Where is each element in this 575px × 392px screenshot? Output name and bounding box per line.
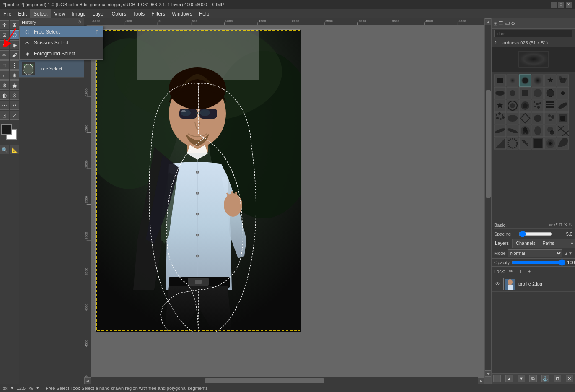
svg-rect-61 (522, 90, 528, 96)
scissors-select-menu-item[interactable]: ✂ Scissors Select I (20, 37, 103, 48)
perspective-button[interactable]: ⊿ (10, 111, 19, 120)
menu-layer[interactable]: Layer (89, 9, 109, 18)
layers-tab[interactable]: Layers (492, 239, 513, 248)
minimize-button[interactable]: ─ (551, 2, 557, 8)
layer-row-profile[interactable]: 👁 profile 2.jpg (492, 276, 575, 292)
svg-point-92 (496, 117, 499, 119)
maximize-button[interactable]: □ (558, 2, 564, 8)
merge-layers-button[interactable]: ⊓ (554, 375, 561, 382)
panel-icon-grid[interactable]: ⊞ (493, 21, 497, 26)
refresh-icon[interactable]: ↻ (569, 222, 572, 228)
menu-file[interactable]: File (0, 9, 15, 18)
svg-point-77 (534, 101, 535, 103)
vscroll-down-button[interactable]: ▼ (485, 370, 492, 377)
paths-tab[interactable]: Paths (539, 239, 558, 248)
menu-view[interactable]: View (51, 9, 68, 18)
heal-button[interactable]: ⊕ (10, 70, 19, 80)
menu-image[interactable]: Image (68, 9, 89, 18)
blur-button[interactable]: ◉ (10, 80, 19, 90)
reset-icon[interactable]: ↺ (554, 222, 558, 228)
duplicate-layer-button[interactable]: ⧉ (529, 375, 537, 382)
raise-layer-button[interactable]: ▲ (505, 375, 513, 382)
horizontal-scrollbar[interactable]: ◄ ► (84, 377, 484, 384)
new-layer-button[interactable]: + (493, 375, 501, 382)
fuzzy-select-button[interactable]: ✦ (0, 40, 9, 49)
lock-pixels-icon[interactable]: ✏ (508, 268, 514, 275)
svg-point-75 (523, 103, 528, 108)
history-settings-icon[interactable]: ⚙ (77, 19, 81, 25)
canvas-image-container[interactable] (95, 29, 300, 331)
image-canvas[interactable] (91, 25, 491, 377)
svg-point-55 (564, 78, 567, 80)
menu-windows[interactable]: Windows (168, 9, 196, 18)
right-panel: ⊞ ☰ 🏷 ⚙ 2. Hardness 025 (51 × 51) (491, 18, 575, 384)
history-item-freeselect[interactable]: Free Select (19, 60, 84, 78)
clone-button[interactable]: ⊛ (0, 80, 9, 90)
menu-select[interactable]: Select (30, 9, 51, 18)
eraser-button[interactable]: ◻ (0, 60, 9, 70)
measure-button[interactable]: 📐 (10, 145, 19, 154)
paths-button[interactable]: ⋯ (0, 101, 9, 110)
panel-icon-list[interactable]: ☰ (499, 21, 503, 26)
lock-position-icon[interactable]: + (517, 268, 523, 275)
edit-icon[interactable]: ✏ (549, 222, 553, 228)
airbrush-button[interactable]: ⋮ (10, 60, 19, 70)
opacity-slider[interactable] (511, 260, 565, 265)
free-select-label: Free Select (34, 29, 60, 35)
paint-button[interactable]: 🖌 (10, 50, 19, 60)
zoom-button[interactable]: 🔍 (0, 145, 9, 154)
lower-layer-button[interactable]: ▼ (518, 375, 525, 382)
spacing-slider[interactable] (518, 232, 552, 236)
transform-button[interactable]: ⊡ (0, 111, 9, 120)
menu-edit[interactable]: Edit (15, 9, 30, 18)
svg-rect-83 (546, 101, 554, 103)
mode-select[interactable]: Normal (508, 249, 563, 257)
ink-button[interactable]: ⌐ (0, 70, 9, 80)
free-select-menu-item[interactable]: ⬡ Free Select F (20, 26, 103, 37)
lock-alpha-icon[interactable]: ⊞ (526, 268, 533, 275)
vscroll-up-button[interactable]: ▲ (485, 18, 492, 25)
close-button[interactable]: ✕ (566, 2, 572, 8)
brush-filter-input[interactable] (494, 30, 572, 37)
delete-icon[interactable]: ✕ (564, 222, 567, 228)
color-select-button[interactable]: ◈ (10, 40, 19, 49)
pencil-button[interactable]: ✏ (0, 50, 9, 60)
color-boxes (1, 124, 18, 142)
zoom-dropdown-icon[interactable]: ▾ (36, 385, 39, 391)
dodge-button[interactable]: ◐ (0, 91, 9, 100)
vscroll-thumb[interactable] (486, 90, 491, 198)
move-tool-button[interactable]: ✛ (0, 20, 9, 29)
foreground-color-box[interactable] (1, 124, 12, 135)
anchor-layer-button[interactable]: ⚓ (541, 375, 549, 382)
svg-point-102 (551, 115, 554, 119)
copy-icon[interactable]: ⧉ (559, 222, 562, 228)
smudge-button[interactable]: ⊘ (10, 91, 19, 100)
panel-icon-settings[interactable]: ⚙ (511, 21, 515, 26)
menu-help[interactable]: Help (196, 9, 213, 18)
hscroll-right-button[interactable]: ► (478, 377, 484, 384)
crop-tool-button[interactable]: ⊡ (0, 30, 9, 39)
layer-visibility-icon[interactable]: 👁 (494, 280, 501, 287)
history-panel: History ⚙ [ Base Image ] Add Alpha Chann… (19, 18, 84, 384)
channels-tab[interactable]: Channels (513, 239, 539, 248)
hscroll-thumb[interactable] (205, 378, 325, 383)
align-tool-button[interactable]: ⊞ (10, 20, 19, 29)
svg-point-28 (200, 109, 210, 116)
mode-arrow-icon[interactable]: ▲▼ (564, 251, 572, 256)
menu-colors[interactable]: Colors (109, 9, 130, 18)
layers-panel-menu-icon[interactable]: ▾ (569, 239, 575, 248)
tool-section-select: ✛ ⊞ ⊡ ⬡ ✦ ◈ ✏ 🖌 ◻ ⋮ ⌐ ⊕ ⊛ ◉ ◐ ⊘ (0, 20, 19, 120)
free-select-tool-button[interactable]: ⬡ (10, 30, 19, 39)
foreground-select-menu-item[interactable]: ◈ Foreground Select (20, 48, 103, 59)
text-button[interactable]: A (10, 101, 19, 110)
svg-rect-106 (560, 116, 565, 121)
svg-point-80 (534, 106, 536, 107)
hscroll-left-button[interactable]: ◄ (84, 377, 91, 384)
vertical-scrollbar[interactable]: ▲ ▼ (484, 18, 491, 377)
panel-icon-tag[interactable]: 🏷 (505, 21, 510, 26)
menu-filters[interactable]: Filters (148, 9, 168, 18)
menu-tools[interactable]: Tools (130, 9, 148, 18)
svg-point-49 (533, 75, 543, 86)
unit-dropdown-icon[interactable]: ▾ (11, 385, 13, 391)
delete-layer-button[interactable]: ✕ (566, 375, 573, 382)
